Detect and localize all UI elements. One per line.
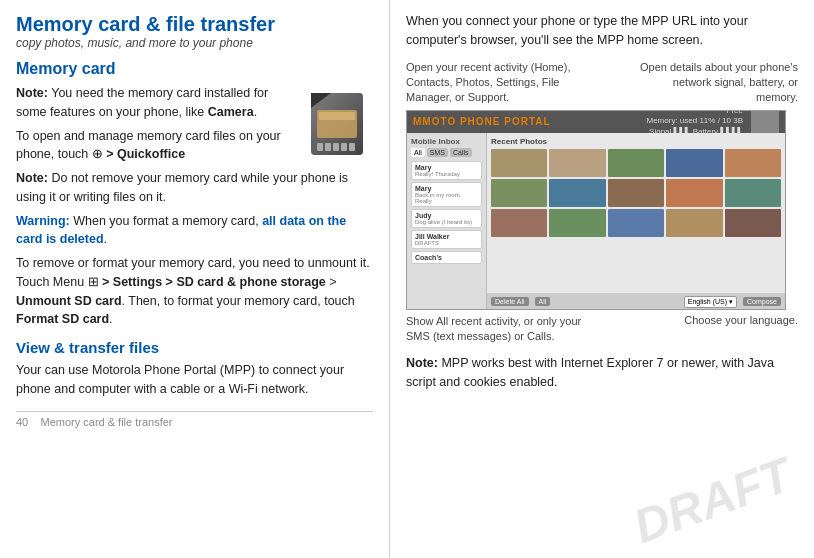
memory-card-section: Note: You need the memory card installed…	[16, 84, 373, 169]
page-title: Memory card & file transfer	[16, 12, 373, 36]
portal-sidebar: Mobile Inbox All SMS Calls Mary Really! …	[407, 133, 487, 310]
portal-photo[interactable]	[608, 209, 664, 237]
warning-paragraph: Warning: When you format a memory card, …	[16, 212, 373, 250]
para2-paragraph: To remove or format your memory card, yo…	[16, 254, 373, 329]
portal-photo[interactable]	[491, 179, 547, 207]
portal-photos-row3	[491, 209, 781, 237]
portal-lang-select[interactable]: English (US) ▾	[684, 296, 737, 308]
note1-label: Note:	[16, 86, 48, 100]
portal-all-btn[interactable]: All	[535, 297, 551, 306]
annotation-bottom-right: Choose your language.	[658, 314, 798, 345]
portal-photo[interactable]	[725, 179, 781, 207]
portal-photo[interactable]	[725, 209, 781, 237]
left-column: Memory card & file transfer copy photos,…	[0, 0, 390, 558]
footer-label: Memory card & file transfer	[40, 416, 172, 428]
warning-end: .	[104, 232, 107, 246]
annotation-top-right-text: Open details about your phone's network …	[640, 61, 798, 104]
annotation-top-left: Open your recent activity (Home), Contac…	[406, 60, 586, 106]
para2-text3: . Then, to format your memory card, touc…	[122, 294, 355, 308]
warning-label: Warning:	[16, 214, 70, 228]
portal-photos-row1	[491, 149, 781, 177]
portal-inbox-label: Mobile Inbox	[411, 137, 482, 146]
sd-card-illustration	[301, 88, 373, 160]
portal-logo-moto: M	[413, 116, 422, 127]
annotation-bottom-right-text: Choose your language.	[684, 314, 798, 326]
svg-rect-4	[319, 112, 355, 120]
warning-text: When you format a memory card,	[70, 214, 262, 228]
portal-tab-sms[interactable]: SMS	[427, 148, 448, 157]
portal-mini-info-line2: Memory: used 11% / 10 3B	[647, 116, 744, 126]
annotation-top-left-text: Open your recent activity (Home), Contac…	[406, 61, 570, 104]
para2-bold1: > Settings > SD card & phone storage	[99, 275, 326, 289]
svg-rect-5	[317, 143, 323, 151]
portal-delete-all-btn[interactable]: Delete All	[491, 297, 529, 306]
footer-page-num: 40	[16, 416, 28, 428]
page-subtitle: copy photos, music, and more to your pho…	[16, 36, 373, 50]
portal-inbox-item[interactable]: Jill Walker DRAFTS	[411, 230, 482, 249]
portal-photo[interactable]	[491, 149, 547, 177]
note2-label: Note:	[16, 171, 48, 185]
portal-inbox-items: Mary Really! Thursday Mary Back in my ro…	[411, 161, 482, 264]
intro-text: When you connect your phone or type the …	[406, 12, 798, 50]
portal-bottom-bar: Delete All All English (US) ▾ Compose	[487, 293, 785, 310]
svg-rect-9	[349, 143, 355, 151]
portal-inbox-item[interactable]: Judy Dog alive (I heard its)	[411, 209, 482, 228]
note-paragraph: Note: MPP works best with Internet Explo…	[406, 354, 798, 392]
portal-inbox-item[interactable]: Mary Really! Thursday	[411, 161, 482, 180]
portal-photo[interactable]	[666, 149, 722, 177]
note-text: MPP works best with Internet Explorer 7 …	[406, 356, 774, 389]
portal-photos-row2	[491, 179, 781, 207]
note1-paragraph: Note: You need the memory card installed…	[16, 84, 293, 122]
portal-inbox-item[interactable]: Mary Back in my room. Really	[411, 182, 482, 207]
note-box: Note: MPP works best with Internet Explo…	[406, 354, 798, 392]
section2-heading: View & transfer files	[16, 339, 373, 356]
portal-photo[interactable]	[549, 179, 605, 207]
annotation-top: Open your recent activity (Home), Contac…	[406, 60, 798, 106]
portal-tab-all[interactable]: All	[411, 148, 425, 157]
note-label: Note:	[406, 356, 438, 370]
note1-camera: Camera	[208, 105, 254, 119]
right-column: When you connect your phone or type the …	[390, 0, 814, 558]
annotation-bottom-left-text: Show All recent activity, or only your S…	[406, 315, 581, 342]
para2-text2: >	[326, 275, 337, 289]
note2-paragraph: Note: Do not remove your memory card whi…	[16, 169, 373, 207]
para3-text: Your can use Motorola Phone Portal (MPP)…	[16, 361, 373, 399]
para2-bold3: Format SD card	[16, 312, 109, 326]
portal-tabs: All SMS Calls	[411, 148, 482, 157]
para1-bold: > Quickoffice	[103, 147, 185, 161]
portal-tab-calls[interactable]: Calls	[450, 148, 472, 157]
portal-photo[interactable]	[491, 209, 547, 237]
para1-icon: ⊕	[92, 147, 103, 161]
svg-rect-6	[325, 143, 331, 151]
portal-photo[interactable]	[549, 209, 605, 237]
portal-photo[interactable]	[666, 209, 722, 237]
portal-photo[interactable]	[725, 149, 781, 177]
portal-photo[interactable]	[608, 179, 664, 207]
portal-header: MMOTO PHONE PORTAL Free Memory: used 11%…	[407, 111, 785, 133]
portal-logo-text: MOTO PHONE PORTAL	[422, 116, 550, 127]
portal-logo: MMOTO PHONE PORTAL	[413, 116, 551, 127]
footer: 40 Memory card & file transfer	[16, 411, 373, 428]
portal-compose-btn[interactable]: Compose	[743, 297, 781, 306]
portal-photo[interactable]	[608, 149, 664, 177]
note2-text: Do not remove your memory card while you…	[16, 171, 348, 204]
para1-text: To open and manage memory card files on …	[16, 127, 293, 165]
portal-main: Recent Photos	[487, 133, 785, 310]
phone-portal-mock: MMOTO PHONE PORTAL Free Memory: used 11%…	[406, 110, 786, 310]
portal-photo[interactable]	[666, 179, 722, 207]
para2-end: .	[109, 312, 112, 326]
note1-end: .	[254, 105, 257, 119]
section1-heading: Memory card	[16, 60, 373, 78]
svg-rect-8	[341, 143, 347, 151]
svg-rect-7	[333, 143, 339, 151]
portal-mini-info-line1: Free	[647, 110, 744, 117]
portal-body: Mobile Inbox All SMS Calls Mary Really! …	[407, 133, 785, 310]
portal-inbox-item[interactable]: Coach's	[411, 251, 482, 264]
portal-photo[interactable]	[549, 149, 605, 177]
annotation-bottom: Show All recent activity, or only your S…	[406, 314, 798, 345]
memory-card-text: Note: You need the memory card installed…	[16, 84, 293, 169]
annotation-bottom-left: Show All recent activity, or only your S…	[406, 314, 606, 345]
annotation-top-right: Open details about your phone's network …	[628, 60, 798, 106]
portal-photos-label: Recent Photos	[491, 137, 781, 146]
para2-bold2: Unmount SD card	[16, 294, 122, 308]
